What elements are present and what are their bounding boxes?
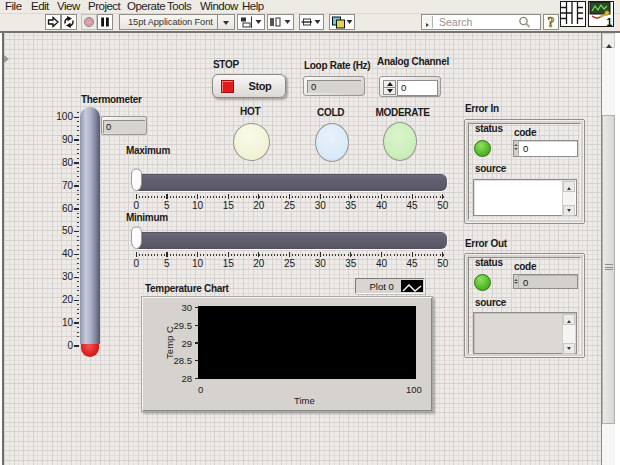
- svg-text:?: ?: [548, 15, 555, 29]
